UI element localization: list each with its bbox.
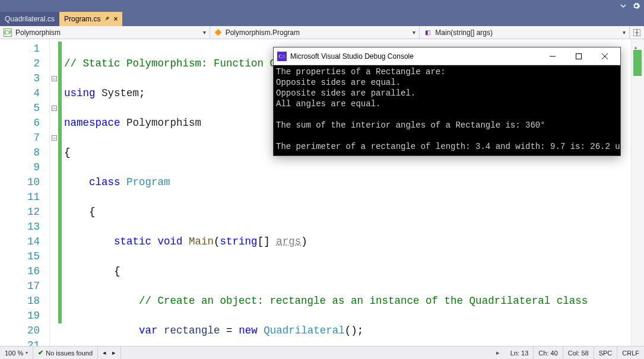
code-text: // Create an object: rectangle as an ins… <box>139 295 588 307</box>
minimize-button[interactable] <box>540 48 566 65</box>
line-number: 2 <box>0 56 45 71</box>
line-number: 1 <box>0 42 45 56</box>
debug-console-window[interactable]: C:\ Microsoft Visual Studio Debug Consol… <box>273 47 621 156</box>
fold-toggle[interactable] <box>52 76 57 81</box>
status-bar: 100 % ▾ ✔ No issues found ◂ ▸ ▸ Ln: 13 C… <box>0 346 644 359</box>
console-titlebar[interactable]: C:\ Microsoft Visual Studio Debug Consol… <box>274 47 620 65</box>
chevron-down-icon: ▾ <box>203 29 206 36</box>
csharp-project-icon: C# <box>4 28 12 37</box>
close-tab-icon[interactable]: × <box>113 15 118 23</box>
chevron-down-icon: ▾ <box>413 29 415 36</box>
issues-indicator[interactable]: ✔ No issues found <box>33 347 98 359</box>
status-text: SPC <box>599 350 613 357</box>
status-text: No issues found <box>46 350 93 357</box>
code-text: System <box>101 87 139 99</box>
document-tabs: Quadrilateral.cs Program.cs × <box>0 12 644 26</box>
status-text: Ln: 13 <box>510 350 529 357</box>
window-top-bar <box>0 0 644 12</box>
dropdown-caret-icon[interactable] <box>620 3 626 9</box>
split-icon <box>633 29 640 36</box>
nav-member-scope[interactable]: ◧ Main(string[] args) ▾ <box>420 26 630 39</box>
console-output: The properties of a Rectangle are: Oppos… <box>274 65 620 155</box>
code-text: var <box>139 325 158 336</box>
fold-toggle[interactable] <box>52 135 57 141</box>
pin-icon[interactable] <box>104 15 110 23</box>
code-text: class <box>89 176 120 188</box>
console-app-icon: C:\ <box>277 52 287 61</box>
close-button[interactable] <box>592 48 618 65</box>
outline-fold-column <box>50 39 58 346</box>
code-text: string <box>220 236 258 247</box>
nav-label: Polymorphism <box>15 28 61 37</box>
caret-col[interactable]: Col: 58 <box>563 347 594 359</box>
fold-toggle[interactable] <box>52 106 57 111</box>
line-number: 12 <box>0 205 45 220</box>
line-number: 14 <box>0 234 45 249</box>
code-text: new <box>239 325 258 336</box>
tab-quadrilateral[interactable]: Quadrilateral.cs <box>0 12 59 26</box>
line-number: 3 <box>0 71 45 86</box>
line-number: 7 <box>0 131 45 145</box>
indent-mode[interactable]: SPC <box>594 347 618 359</box>
prev-issue-icon[interactable]: ◂ <box>103 349 106 357</box>
next-issue-icon[interactable]: ▸ <box>112 349 116 357</box>
code-text: Program <box>126 176 170 188</box>
nav-project-scope[interactable]: C# Polymorphism ▾ <box>0 26 210 39</box>
nav-class-scope[interactable]: 🔶 Polymorphism.Program ▾ <box>210 26 420 39</box>
line-number: 6 <box>0 116 45 131</box>
line-number: 8 <box>0 145 45 160</box>
tab-label: Quadrilateral.cs <box>5 15 55 23</box>
status-text: Ch: 40 <box>538 350 557 357</box>
tab-label: Program.cs <box>64 15 100 23</box>
chevron-down-icon: ▾ <box>26 350 28 355</box>
line-number-gutter: 1 2 3 4 5 6 7 8 9 10 11 12 13 14 15 16 1… <box>0 39 50 346</box>
code-text: Main <box>189 236 214 247</box>
console-title: Microsoft Visual Studio Debug Console <box>290 52 540 61</box>
maximize-button[interactable] <box>566 48 592 65</box>
scroll-marker-bar[interactable]: ▴ <box>631 39 644 346</box>
code-text: Quadrilateral <box>264 325 345 336</box>
tab-program[interactable]: Program.cs × <box>59 12 122 26</box>
line-number: 5 <box>0 101 45 116</box>
code-text: Polymorphism <box>126 117 201 129</box>
code-text: namespace <box>64 117 120 129</box>
line-number: 19 <box>0 309 45 323</box>
class-icon: 🔶 <box>214 28 222 37</box>
navigation-bar: C# Polymorphism ▾ 🔶 Polymorphism.Program… <box>0 26 644 39</box>
method-icon: ◧ <box>423 28 432 37</box>
line-number: 11 <box>0 190 45 205</box>
code-text: static <box>114 236 151 247</box>
zoom-level[interactable]: 100 % ▾ <box>0 347 33 359</box>
code-text: args <box>276 236 301 247</box>
chevron-down-icon: ▾ <box>623 29 626 36</box>
status-text: 100 % <box>5 350 23 357</box>
line-number: 17 <box>0 279 45 294</box>
diagnostic-nav[interactable]: ◂ ▸ <box>98 347 121 359</box>
line-number: 9 <box>0 160 45 175</box>
line-number: 4 <box>0 86 45 101</box>
line-number: 15 <box>0 249 45 264</box>
status-text: Col: 58 <box>568 350 589 357</box>
line-ending[interactable]: CRLF <box>617 347 644 359</box>
line-number: 10 <box>0 175 45 190</box>
code-text: using <box>64 87 96 99</box>
status-text: CRLF <box>622 350 639 357</box>
caret-char[interactable]: Ch: 40 <box>534 347 563 359</box>
line-number: 13 <box>0 220 45 234</box>
code-text: rectangle <box>164 325 220 336</box>
nav-label: Main(string[] args) <box>435 28 493 37</box>
line-number: 16 <box>0 264 45 279</box>
nav-label: Polymorphism.Program <box>226 28 300 37</box>
svg-rect-4 <box>576 53 582 59</box>
settings-gear-icon[interactable] <box>632 2 640 10</box>
checkmark-icon: ✔ <box>38 349 43 357</box>
split-editor-button[interactable] <box>630 26 644 39</box>
scroll-arrow-icon[interactable]: ▸ <box>490 349 506 357</box>
line-number: 18 <box>0 294 45 309</box>
code-text: void <box>158 236 183 247</box>
line-number: 20 <box>0 323 45 338</box>
caret-line[interactable]: Ln: 13 <box>506 347 534 359</box>
